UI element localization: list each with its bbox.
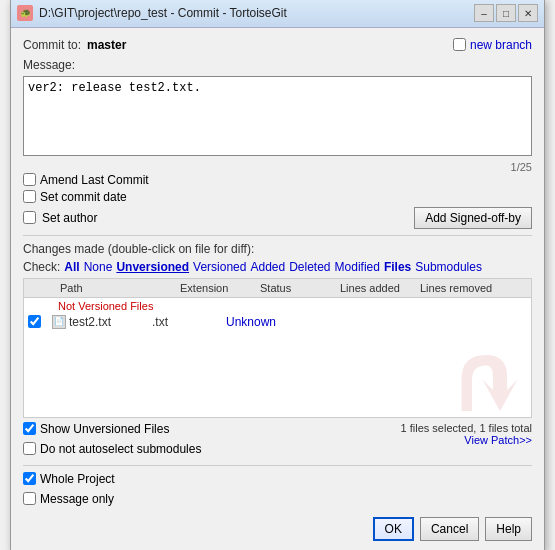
- filter-row: Check: All None Unversioned Versioned Ad…: [23, 260, 532, 274]
- message-only-label: Message only: [40, 492, 114, 506]
- amend-checkbox[interactable]: [23, 173, 36, 186]
- show-unversioned-label: Show Unversioned Files: [40, 422, 169, 436]
- main-window: 🐢 D:\GIT\project\repo_test - Commit - To…: [10, 0, 545, 550]
- check-label: Check:: [23, 260, 60, 274]
- file-checkbox-cell: [28, 315, 52, 328]
- filter-versioned[interactable]: Versioned: [193, 260, 246, 274]
- group-label: Not Versioned Files: [28, 300, 153, 312]
- set-author-label: Set author: [42, 211, 97, 225]
- file-name-cell: 📄 test2.txt: [52, 315, 152, 329]
- amend-label: Amend Last Commit: [40, 173, 149, 187]
- header-ext: Extension: [178, 281, 258, 295]
- changes-label: Changes made (double-click on file for d…: [23, 242, 532, 256]
- header-status: Status: [258, 281, 338, 295]
- filter-files[interactable]: Files: [384, 260, 411, 274]
- table-header: Path Extension Status Lines added Lines …: [24, 279, 531, 298]
- title-bar: 🐢 D:\GIT\project\repo_test - Commit - To…: [11, 0, 544, 28]
- title-controls: – □ ✕: [474, 4, 538, 22]
- no-autoselect-row: Do not autoselect submodules: [23, 442, 201, 456]
- whole-project-row: Whole Project: [23, 472, 532, 486]
- maximize-button[interactable]: □: [496, 4, 516, 22]
- whole-project-checkbox[interactable]: [23, 472, 36, 485]
- view-patch-link[interactable]: View Patch>>: [464, 434, 532, 446]
- char-count: 1/25: [23, 161, 532, 173]
- set-date-row: Set commit date: [23, 190, 532, 204]
- file-table: Path Extension Status Lines added Lines …: [23, 278, 532, 418]
- filter-added[interactable]: Added: [250, 260, 285, 274]
- message-only-checkbox[interactable]: [23, 492, 36, 505]
- new-branch-group: new branch: [453, 38, 532, 52]
- table-row[interactable]: 📄 test2.txt .txt Unknown: [24, 314, 531, 330]
- header-check: [28, 281, 58, 295]
- message-input[interactable]: ver2: release test2.txt.: [23, 76, 532, 156]
- filter-modified[interactable]: Modified: [335, 260, 380, 274]
- divider-1: [23, 235, 532, 236]
- divider-2: [23, 465, 532, 466]
- header-removed: Lines removed: [418, 281, 498, 295]
- minimize-button[interactable]: –: [474, 4, 494, 22]
- window-title: D:\GIT\project\repo_test - Commit - Tort…: [39, 6, 287, 20]
- show-unversioned-checkbox[interactable]: [23, 422, 36, 435]
- message-only-row: Message only: [23, 492, 532, 506]
- close-button[interactable]: ✕: [518, 4, 538, 22]
- whole-project-label: Whole Project: [40, 472, 115, 486]
- button-row: OK Cancel Help: [23, 517, 532, 541]
- file-name: test2.txt: [69, 315, 111, 329]
- table-body: Not Versioned Files 📄 test2.txt .txt Unk…: [24, 298, 531, 418]
- header-added: Lines added: [338, 281, 418, 295]
- show-unversioned-row: Show Unversioned Files: [23, 422, 201, 436]
- cancel-button[interactable]: Cancel: [420, 517, 479, 541]
- help-button[interactable]: Help: [485, 517, 532, 541]
- commit-to-row: Commit to: master new branch: [23, 38, 532, 52]
- content-area: Commit to: master new branch Message: ve…: [11, 28, 544, 551]
- file-checkbox[interactable]: [28, 315, 41, 328]
- bottom-right: 1 files selected, 1 files total View Pat…: [401, 422, 532, 446]
- footer-options: Whole Project Message only: [23, 472, 532, 509]
- amend-row: Amend Last Commit: [23, 173, 532, 187]
- file-icon: 📄: [52, 315, 66, 329]
- app-icon: 🐢: [17, 5, 33, 21]
- set-date-label: Set commit date: [40, 190, 127, 204]
- header-path: Path: [58, 281, 178, 295]
- add-signed-off-button[interactable]: Add Signed-off-by: [414, 207, 532, 229]
- branch-name: master: [87, 38, 126, 52]
- group-not-versioned: Not Versioned Files: [24, 298, 531, 314]
- filter-deleted[interactable]: Deleted: [289, 260, 330, 274]
- ok-button[interactable]: OK: [373, 517, 414, 541]
- filter-none[interactable]: None: [84, 260, 113, 274]
- message-label: Message:: [23, 58, 532, 72]
- filter-submodules[interactable]: Submodules: [415, 260, 482, 274]
- file-status-cell: Unknown: [226, 315, 306, 329]
- no-autoselect-checkbox[interactable]: [23, 442, 36, 455]
- set-author-checkbox[interactable]: [23, 211, 36, 224]
- bottom-left: Show Unversioned Files Do not autoselect…: [23, 422, 201, 459]
- bottom-options: Show Unversioned Files Do not autoselect…: [23, 422, 532, 459]
- title-bar-left: 🐢 D:\GIT\project\repo_test - Commit - To…: [17, 5, 287, 21]
- new-branch-label: new branch: [470, 38, 532, 52]
- commit-to-label: Commit to:: [23, 38, 81, 52]
- no-autoselect-label: Do not autoselect submodules: [40, 442, 201, 456]
- set-date-checkbox[interactable]: [23, 190, 36, 203]
- file-ext-cell: .txt: [152, 315, 226, 329]
- file-summary: 1 files selected, 1 files total: [401, 422, 532, 434]
- filter-unversioned[interactable]: Unversioned: [116, 260, 189, 274]
- new-branch-checkbox[interactable]: [453, 38, 466, 51]
- author-row: Set author Add Signed-off-by: [23, 207, 532, 229]
- watermark-icon: [451, 348, 521, 418]
- filter-all[interactable]: All: [64, 260, 79, 274]
